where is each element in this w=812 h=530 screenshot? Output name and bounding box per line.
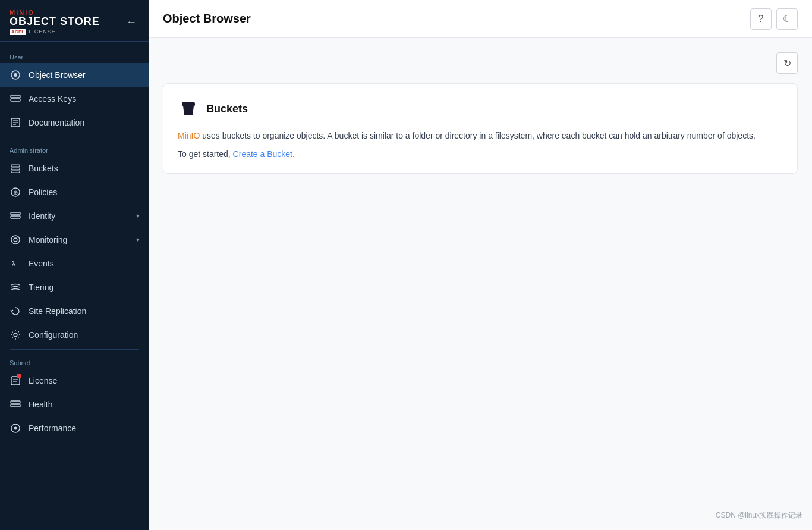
sidebar-label-performance: Performance xyxy=(29,424,139,433)
divider-2 xyxy=(10,349,139,350)
minio-highlight: MinIO xyxy=(178,131,200,140)
buckets-card: Buckets MinIO uses buckets to organize o… xyxy=(163,83,798,174)
svg-rect-26 xyxy=(182,102,195,106)
svg-rect-3 xyxy=(11,99,20,101)
svg-point-18 xyxy=(14,333,17,337)
svg-point-16 xyxy=(14,238,17,242)
sidebar-label-object-browser: Object Browser xyxy=(29,70,139,80)
sidebar-item-policies[interactable]: ⊕ Policies xyxy=(0,180,149,204)
section-label-administrator: Administrator xyxy=(0,140,149,156)
description-text: uses buckets to organize objects. A buck… xyxy=(200,131,756,140)
sidebar-item-tiering[interactable]: Tiering xyxy=(0,275,149,299)
sidebar-label-configuration: Configuration xyxy=(29,330,139,340)
tiering-icon xyxy=(10,281,21,293)
theme-toggle-button[interactable]: ☾ xyxy=(776,8,798,30)
health-icon xyxy=(10,399,21,410)
sidebar-label-identity: Identity xyxy=(29,211,129,221)
sidebar-label-policies: Policies xyxy=(29,187,139,197)
section-label-subnet: Subnet xyxy=(0,352,149,369)
svg-text:λ: λ xyxy=(11,259,16,268)
divider-1 xyxy=(10,137,139,137)
svg-point-15 xyxy=(11,236,20,244)
documentation-icon xyxy=(10,117,21,128)
sidebar-item-site-replication[interactable]: Site Replication xyxy=(0,299,149,323)
sidebar-item-monitoring[interactable]: Monitoring ▾ xyxy=(0,228,149,252)
sidebar-item-performance[interactable]: Performance xyxy=(0,416,149,440)
monitoring-chevron-icon: ▾ xyxy=(136,236,139,243)
sidebar-label-events: Events xyxy=(29,259,139,268)
sidebar-item-license[interactable]: License xyxy=(0,369,149,393)
svg-rect-10 xyxy=(11,171,20,173)
sidebar-item-documentation[interactable]: Documentation xyxy=(0,111,149,134)
section-label-user: User xyxy=(0,46,149,63)
bucket-card-icon xyxy=(178,98,199,120)
topbar-actions: ? ☾ xyxy=(750,8,798,30)
svg-rect-13 xyxy=(11,212,20,215)
svg-point-25 xyxy=(14,426,17,429)
page-title: Object Browser xyxy=(163,12,251,26)
content-toolbar: ↻ xyxy=(163,52,798,74)
access-keys-icon xyxy=(10,93,21,105)
theme-icon: ☾ xyxy=(783,13,791,24)
sidebar-item-access-keys[interactable]: Access Keys xyxy=(0,87,149,111)
configuration-icon xyxy=(10,329,21,341)
logo-area: MINIO OBJECT STORE AGPL LICENSE ← xyxy=(0,0,149,42)
object-browser-icon xyxy=(10,69,21,81)
sidebar-item-object-browser[interactable]: Object Browser xyxy=(0,63,149,87)
buckets-card-title: Buckets xyxy=(206,103,248,115)
license-text: LICENSE xyxy=(29,29,56,35)
collapse-sidebar-button[interactable]: ← xyxy=(124,14,139,31)
sidebar-item-identity[interactable]: Identity ▾ xyxy=(0,204,149,228)
buckets-card-header: Buckets xyxy=(178,98,783,120)
buckets-cta: To get started, Create a Bucket. xyxy=(178,149,783,159)
sidebar-label-monitoring: Monitoring xyxy=(29,235,129,244)
svg-point-1 xyxy=(14,73,17,77)
license-area: AGPL LICENSE xyxy=(10,29,100,35)
svg-rect-9 xyxy=(11,168,20,170)
sidebar-label-access-keys: Access Keys xyxy=(29,94,139,104)
policies-icon: ⊕ xyxy=(10,186,21,198)
agpl-badge: AGPL xyxy=(10,29,26,35)
svg-text:⊕: ⊕ xyxy=(13,189,18,196)
svg-rect-8 xyxy=(11,165,20,167)
sidebar-label-tiering: Tiering xyxy=(29,283,139,292)
create-bucket-link[interactable]: Create a Bucket. xyxy=(233,149,295,159)
topbar: Object Browser ? ☾ xyxy=(149,0,812,38)
identity-icon xyxy=(10,210,21,222)
logo-text: MINIO OBJECT STORE AGPL LICENSE xyxy=(10,10,100,35)
sidebar: MINIO OBJECT STORE AGPL LICENSE ← User O… xyxy=(0,0,149,530)
svg-rect-2 xyxy=(11,95,20,98)
performance-icon xyxy=(10,422,21,434)
main-area: Object Browser ? ☾ ↻ xyxy=(149,0,812,530)
svg-rect-23 xyxy=(11,404,20,407)
license-notification-dot xyxy=(17,374,21,378)
sidebar-label-health: Health xyxy=(29,400,139,409)
sidebar-item-health[interactable]: Health xyxy=(0,393,149,416)
help-icon: ? xyxy=(759,14,764,24)
site-replication-icon xyxy=(10,305,21,317)
watermark: CSDN @linux实践操作记录 xyxy=(716,510,802,520)
sidebar-item-configuration[interactable]: Configuration xyxy=(0,323,149,347)
buckets-icon xyxy=(10,162,21,174)
sidebar-label-documentation: Documentation xyxy=(29,118,139,127)
sidebar-item-buckets[interactable]: Buckets xyxy=(0,156,149,180)
refresh-icon: ↻ xyxy=(783,58,791,69)
sidebar-label-license: License xyxy=(29,376,139,385)
svg-rect-14 xyxy=(11,216,20,218)
buckets-description: MinIO uses buckets to organize objects. … xyxy=(178,129,783,142)
identity-chevron-icon: ▾ xyxy=(136,212,139,219)
refresh-button[interactable]: ↻ xyxy=(776,52,798,74)
sidebar-label-buckets: Buckets xyxy=(29,164,139,173)
sidebar-label-site-replication: Site Replication xyxy=(29,306,139,316)
content-area: ↻ Buckets MinIO uses buckets to organize… xyxy=(149,38,812,530)
events-icon: λ xyxy=(10,258,21,269)
cta-prefix: To get started, xyxy=(178,149,233,159)
sidebar-item-events[interactable]: λ Events xyxy=(0,252,149,275)
monitoring-icon xyxy=(10,234,21,246)
help-button[interactable]: ? xyxy=(750,8,772,30)
product-name: OBJECT STORE xyxy=(10,16,100,28)
svg-rect-22 xyxy=(11,401,20,403)
